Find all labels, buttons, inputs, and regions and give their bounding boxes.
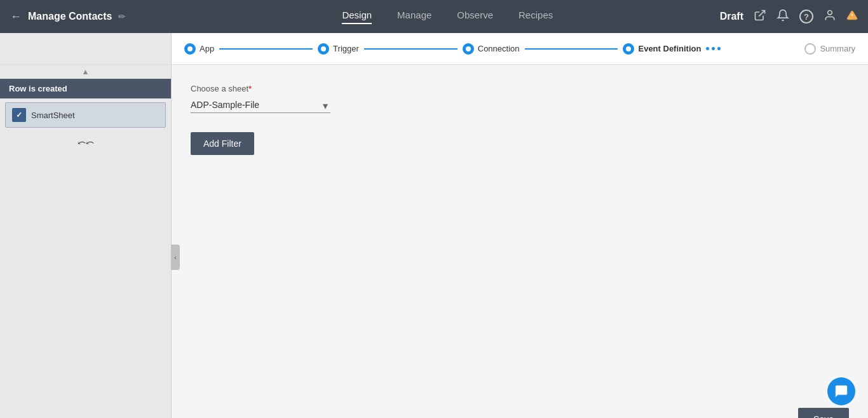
draft-label: Draft <box>720 11 743 22</box>
collapse-handle[interactable]: ‹ <box>171 245 180 270</box>
expand-button[interactable]: ⤺⤺ <box>0 131 171 154</box>
save-button[interactable]: Save <box>798 408 849 418</box>
tab-manage[interactable]: Manage <box>397 10 431 24</box>
edit-icon[interactable]: ✏ <box>118 11 126 22</box>
bell-icon[interactable] <box>776 9 789 25</box>
user-icon[interactable] <box>824 9 836 25</box>
wizard-step-connection[interactable]: Connection <box>463 43 520 55</box>
warning-icon <box>846 10 858 24</box>
add-filter-button[interactable]: Add Filter <box>191 132 254 155</box>
wizard-step-trigger[interactable]: Trigger <box>318 43 359 55</box>
tab-design[interactable]: Design <box>342 10 372 24</box>
sheet-field-label: Choose a sheet* <box>191 84 849 93</box>
wizard-step-summary[interactable]: Summary <box>804 43 855 55</box>
tab-recipes[interactable]: Recipes <box>519 10 553 24</box>
wizard-step-app[interactable]: App <box>184 43 214 55</box>
smartsheet-item[interactable]: ✓ SmartSheet <box>5 102 166 128</box>
sheet-dropdown-wrapper[interactable]: ADP-Sample-File Sheet2 Sheet3 ▾ <box>191 97 330 113</box>
external-link-icon[interactable] <box>754 9 766 25</box>
tab-observe[interactable]: Observe <box>457 10 493 24</box>
sheet-dropdown[interactable]: ADP-Sample-File Sheet2 Sheet3 <box>191 97 330 113</box>
step-app-label: App <box>200 44 214 53</box>
svg-point-1 <box>828 10 832 15</box>
wizard-step-event-definition[interactable]: Event Definition <box>623 43 701 55</box>
chat-support-button[interactable] <box>827 377 855 405</box>
svg-line-0 <box>759 10 764 16</box>
step-event-label: Event Definition <box>638 44 701 53</box>
step-trigger-label: Trigger <box>333 44 359 53</box>
step-connection-label: Connection <box>478 44 520 53</box>
help-icon[interactable]: ? <box>799 10 813 24</box>
back-icon[interactable]: ← <box>10 10 22 24</box>
smartsheet-item-label: SmartSheet <box>31 111 75 120</box>
scroll-up-indicator: ▲ <box>0 65 171 79</box>
step-summary-label: Summary <box>820 44 855 53</box>
trigger-label: Row is created <box>0 79 171 98</box>
smartsheet-icon: ✓ <box>12 108 26 122</box>
app-title: Manage Contacts <box>28 11 112 22</box>
